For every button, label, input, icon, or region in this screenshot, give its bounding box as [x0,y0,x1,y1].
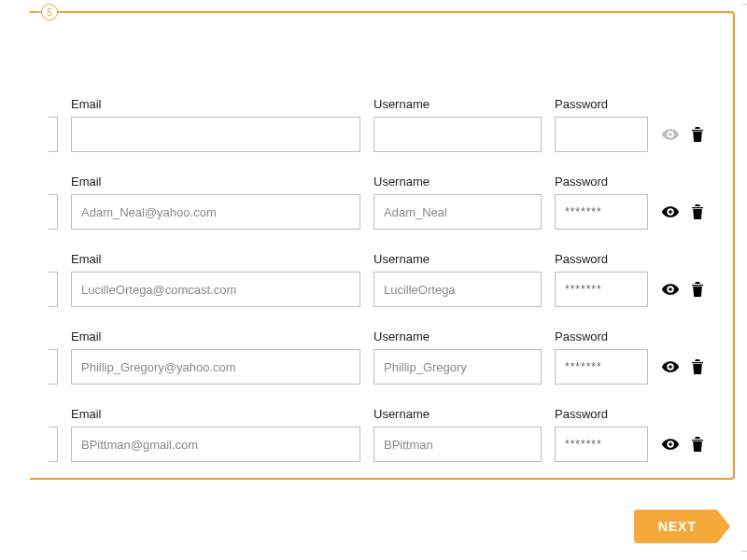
email-input[interactable] [71,117,360,152]
password-label: Password [555,175,648,189]
password-input[interactable]: ******* [555,194,648,230]
chevron-right-icon [717,510,730,543]
field-leading [49,272,58,307]
field-email: Email Phillip_Gregory@yahoo.com [71,329,360,385]
table-row: Email LucilleOrtega@comcast.com Username… [49,252,745,307]
field-leading [49,427,58,462]
next-button[interactable]: NEXT [634,510,730,543]
leading-input[interactable] [49,427,58,462]
password-label: Password [555,252,648,266]
next-button-label: NEXT [634,510,717,543]
password-input[interactable] [555,117,648,152]
field-leading [49,194,58,230]
row-actions [661,117,704,152]
table-row: Email Phillip_Gregory@yahoo.com Username… [49,329,745,385]
step-number: 5 [47,7,52,18]
field-username: Username Adam_Neal [374,175,542,230]
svg-point-2 [669,287,672,291]
eye-icon[interactable] [661,125,680,144]
password-label: Password [555,407,648,421]
field-username: Username Phillip_Gregory [374,329,542,385]
username-label: Username [374,407,542,421]
svg-point-0 [669,133,672,136]
eye-icon[interactable] [661,357,680,376]
email-label: Email [71,407,360,421]
email-input[interactable]: Phillip_Gregory@yahoo.com [71,349,360,385]
field-password: Password ******* [555,175,648,230]
leading-input[interactable] [49,349,58,385]
field-email: Email BPittman@gmail.com [71,407,360,462]
email-label: Email [71,97,360,111]
eye-icon[interactable] [661,280,680,299]
table-row: Email BPittman@gmail.com Username BPittm… [49,407,745,462]
username-label: Username [374,97,542,111]
field-username: Username LucilleOrtega [374,252,542,307]
table-row: Email Username Password [49,97,745,152]
username-label: Username [374,329,542,343]
field-username: Username BPittman [374,407,542,462]
field-leading [49,349,58,385]
field-password: Password ******* [555,329,648,385]
row-actions [661,272,704,307]
email-label: Email [71,329,360,343]
leading-input[interactable] [49,117,58,152]
trash-icon[interactable] [691,127,704,142]
email-input[interactable]: BPittman@gmail.com [71,427,360,462]
row-actions [661,427,704,462]
trash-icon[interactable] [691,437,704,452]
credential-rows: Email Username Password [49,97,745,462]
svg-point-1 [669,210,672,214]
username-input[interactable]: Adam_Neal [374,194,542,230]
trash-icon[interactable] [691,204,704,219]
email-input[interactable]: Adam_Neal@yahoo.com [71,194,360,230]
password-input[interactable]: ******* [555,349,648,385]
field-leading [49,117,58,152]
email-label: Email [71,175,360,189]
username-input[interactable]: Phillip_Gregory [374,349,542,385]
svg-point-3 [669,365,672,369]
email-input[interactable]: LucilleOrtega@comcast.com [71,272,360,307]
leading-input[interactable] [49,272,58,307]
svg-point-4 [669,442,672,446]
eye-icon[interactable] [661,203,680,221]
field-password: Password [555,97,648,152]
username-input[interactable]: BPittman [374,427,542,462]
password-label: Password [555,329,648,343]
form-panel-inner: Email Username Password [49,41,745,484]
decoration [741,551,747,552]
eye-icon[interactable] [661,435,680,454]
password-input[interactable]: ******* [555,272,648,307]
field-email: Email Adam_Neal@yahoo.com [71,175,360,230]
field-username: Username [374,97,542,152]
trash-icon[interactable] [691,359,704,374]
leading-input[interactable] [49,194,58,230]
field-password: Password ******* [555,252,648,307]
password-input[interactable]: ******* [555,427,648,462]
field-email: Email [71,97,360,152]
decoration [741,4,747,5]
email-label: Email [71,252,360,266]
password-label: Password [555,97,648,111]
username-label: Username [374,175,542,189]
form-panel: Email Username Password [30,11,735,480]
step-badge: 5 [41,4,58,21]
table-row: Email Adam_Neal@yahoo.com Username Adam_… [49,175,745,230]
field-password: Password ******* [555,407,648,462]
field-email: Email LucilleOrtega@comcast.com [71,252,360,307]
username-input[interactable]: LucilleOrtega [374,272,542,307]
row-actions [661,194,704,230]
trash-icon[interactable] [691,282,704,297]
row-actions [661,349,704,385]
username-label: Username [374,252,542,266]
username-input[interactable] [374,117,542,152]
